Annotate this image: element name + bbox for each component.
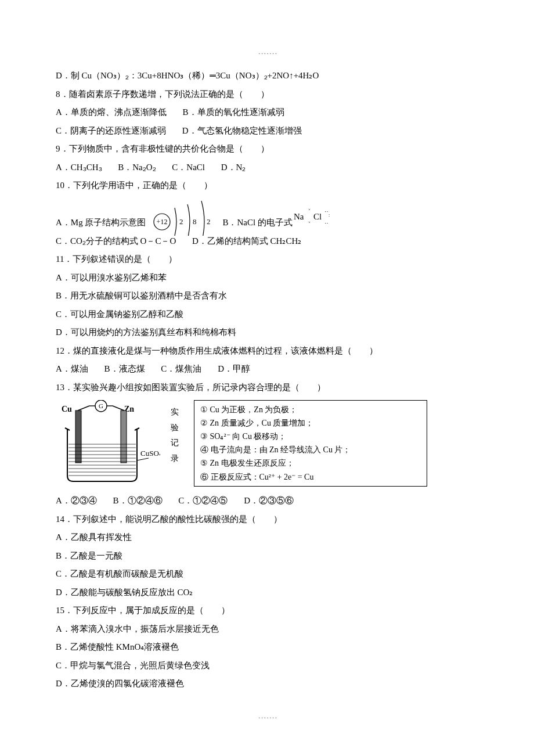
q10-d: D．乙烯的结构简式 CH₂CH₂: [192, 236, 301, 246]
svg-text::: :: [329, 213, 330, 218]
q11-c: C．可以用金属钠鉴别乙醇和乙酸: [56, 305, 481, 324]
q12-d: D．甲醇: [218, 364, 250, 373]
q13-stem: 13．某实验兴趣小组按如图装置实验后，所记录内容合理的是（ ）: [56, 379, 481, 397]
q12-a: A．煤油: [56, 364, 88, 373]
svg-text:×: ×: [308, 220, 311, 225]
galvanic-cell-icon: Cu Zn G CuSO₄: [56, 400, 160, 487]
svg-text:Cl: Cl: [313, 212, 322, 221]
q15-d: D．乙烯使溴的四氯化碳溶液褪色: [56, 675, 481, 693]
record-2: ② Zn 质量减少，Cu 质量增加；: [200, 416, 421, 430]
q12-options: A．煤油 B．液态煤 C．煤焦油 D．甲醇: [56, 360, 481, 379]
q10-cd-row: C．CO₂分子的结构式 O－C－O D．乙烯的结构简式 CH₂CH₂: [56, 232, 481, 251]
svg-line-15: [113, 406, 124, 411]
q10-b-pre: B．NaCl 的电子式: [222, 214, 292, 232]
q8-stem: 8．随着卤素原子序数递增，下列说法正确的是（ ）: [56, 85, 481, 104]
svg-line-34: [137, 458, 149, 460]
q12-stem: 12．煤的直接液化是煤与一种物质作用生成液体燃料的过程，该液体燃料是（ ）: [56, 342, 481, 361]
nacl-electron-formula-icon: Na × × Cl ‥ ‥ :: [293, 208, 334, 232]
svg-text:2: 2: [179, 217, 183, 226]
q11-d: D．可以用烧灼的方法鉴别真丝布料和纯棉布料: [56, 323, 481, 342]
svg-line-14: [78, 406, 89, 411]
q14-a: A．乙酸具有挥发性: [56, 528, 481, 547]
atom-structure-icon: +12 2 8 2: [149, 195, 219, 236]
q9-a: A．CH₃CH₃: [56, 163, 102, 172]
q8-d: D．气态氢化物稳定性逐渐增强: [182, 126, 302, 135]
svg-text:2: 2: [207, 217, 211, 226]
svg-text:8: 8: [193, 217, 197, 226]
svg-text:+12: +12: [157, 218, 168, 226]
q14-stem: 14．下列叙述中，能说明乙酸的酸性比碳酸强的是（ ）: [56, 510, 481, 529]
q14-d: D．乙酸能与碳酸氢钠反应放出 CO₂: [56, 584, 481, 602]
q11-b: B．用无水硫酸铜可以鉴别酒精中是否含有水: [56, 287, 481, 305]
q12-b: B．液态煤: [104, 364, 145, 373]
record-3: ③ SO₄²⁻ 向 Cu 极移动；: [200, 430, 421, 443]
q8-b: B．单质的氧化性逐渐减弱: [183, 107, 284, 117]
svg-text:Na: Na: [294, 212, 304, 221]
q8-c: C．阴离子的还原性逐渐减弱: [56, 126, 166, 135]
records-box: ① Cu 为正极，Zn 为负极； ② Zn 质量减少，Cu 质量增加； ③ SO…: [194, 400, 427, 487]
rec-label-3: 录: [171, 451, 179, 467]
q9-stem: 9．下列物质中，含有非极性键的共价化合物是（ ）: [56, 140, 481, 159]
svg-text:CuSO₄: CuSO₄: [140, 449, 160, 458]
q10-c: C．CO₂分子的结构式 O－C－O: [56, 236, 176, 246]
q10-stem: 10．下列化学用语中，正确的是（ ）: [56, 177, 481, 195]
q9-b: B．Na₂O₂: [118, 163, 156, 172]
q13-a: A．②③④: [56, 496, 97, 505]
q10-ab-row: A．Mg 原子结构示意图 +12 2 8 2 B．NaCl 的电子式 Na × …: [56, 195, 481, 232]
svg-text:‥: ‥: [324, 218, 329, 225]
record-4: ④ 电子流向是：由 Zn 经导线流入 Cu 片；: [200, 443, 421, 456]
record-1: ① Cu 为正极，Zn 为负极；: [200, 403, 421, 416]
q15-stem: 15．下列反应中，属于加成反应的是（ ）: [56, 602, 481, 620]
q12-c: C．煤焦油: [161, 364, 201, 373]
q8-row1: A．单质的熔、沸点逐渐降低 B．单质的氧化性逐渐减弱: [56, 103, 481, 122]
option-d: D．制 Cu（NO₃）₂：3Cu+8HNO₃（稀）═3Cu（NO₃）₂+2NO↑…: [56, 67, 481, 85]
q15-b: B．乙烯使酸性 KMnO₄溶液褪色: [56, 638, 481, 657]
q9-c: C．NaCl: [172, 163, 205, 172]
q13-options: A．②③④ B．①②④⑥ C．①②④⑤ D．②③⑤⑥: [56, 492, 481, 510]
record-5: ⑤ Zn 电极发生还原反应；: [200, 456, 421, 470]
rec-label-1: 验: [171, 420, 179, 436]
svg-text:G: G: [99, 402, 103, 409]
q13-c: C．①②④⑤: [178, 496, 228, 505]
q11-a: A．可以用溴水鉴别乙烯和苯: [56, 269, 481, 287]
rec-label-2: 记: [171, 435, 179, 451]
q10-a-pre: A．Mg 原子结构示意图: [56, 214, 146, 232]
q8-row2: C．阴离子的还原性逐渐减弱 D．气态氢化物稳定性逐渐增强: [56, 122, 481, 141]
ellipsis-top: .......: [56, 45, 481, 59]
rec-label-0: 实: [171, 405, 179, 420]
records-label: 实 验 记 录: [171, 400, 183, 466]
svg-text:Cu: Cu: [62, 405, 72, 413]
svg-text:×: ×: [308, 208, 311, 212]
q9-options: A．CH₃CH₃ B．Na₂O₂ C．NaCl D．N₂: [56, 159, 481, 177]
q14-c: C．乙酸是有机酸而碳酸是无机酸: [56, 565, 481, 584]
q15-c: C．甲烷与氯气混合，光照后黄绿色变浅: [56, 657, 481, 675]
q14-b: B．乙酸是一元酸: [56, 547, 481, 566]
q13-b: B．①②④⑥: [113, 496, 163, 505]
record-6: ⑥ 正极反应式：Cu²⁺ + 2e⁻ = Cu: [200, 470, 421, 484]
q9-d: D．N₂: [221, 163, 246, 172]
q13-d: D．②③⑤⑥: [244, 496, 294, 505]
q8-a: A．单质的熔、沸点逐渐降低: [56, 107, 167, 117]
svg-text:‥: ‥: [324, 208, 329, 213]
svg-rect-20: [75, 411, 81, 463]
svg-rect-21: [121, 411, 127, 463]
ellipsis-bottom: .......: [56, 710, 481, 723]
q11-stem: 11．下列叙述错误的是（ ）: [56, 250, 481, 269]
q15-a: A．将苯滴入溴水中，振荡后水层接近无色: [56, 620, 481, 639]
